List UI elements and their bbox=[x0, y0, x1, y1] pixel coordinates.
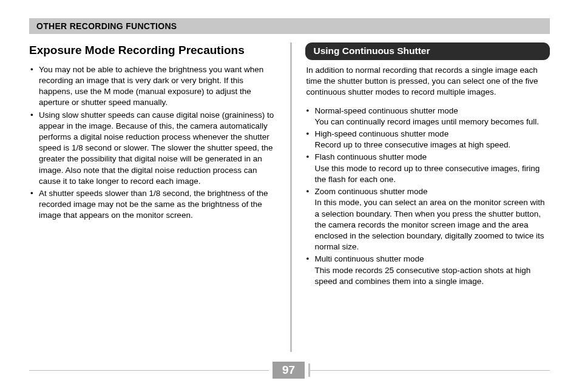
list-item: Using slow shutter speeds can cause digi… bbox=[30, 110, 274, 188]
mode-name: Flash continuous shutter mode bbox=[315, 152, 550, 163]
list-item: At shutter speeds slower than 1/8 second… bbox=[30, 188, 274, 221]
bullet-text: You may not be able to achieve the brigh… bbox=[39, 65, 263, 107]
bullet-text: At shutter speeds slower than 1/8 second… bbox=[39, 189, 268, 220]
bullet-text: Using slow shutter speeds can cause digi… bbox=[39, 110, 274, 186]
mode-name: Zoom continuous shutter mode bbox=[315, 186, 550, 197]
left-bullet-list: You may not be able to achieve the brigh… bbox=[29, 64, 274, 221]
right-title-pill: Using Continuous Shutter bbox=[305, 42, 550, 60]
mode-desc: Record up to three consecutive images at… bbox=[315, 140, 550, 150]
list-item: You may not be able to achieve the brigh… bbox=[30, 64, 274, 109]
mode-desc: Use this mode to record up to three cons… bbox=[315, 163, 550, 185]
page-number: 97 bbox=[282, 363, 295, 376]
footer-line-right bbox=[310, 370, 550, 371]
footer-line-left bbox=[29, 370, 269, 371]
page-footer: 97 bbox=[29, 362, 550, 379]
section-header-bar: OTHER RECORDING FUNCTIONS bbox=[29, 18, 550, 34]
section-header-text: OTHER RECORDING FUNCTIONS bbox=[36, 21, 177, 31]
mode-desc: You can continually record images until … bbox=[315, 117, 550, 127]
mode-name: Multi continuous shutter mode bbox=[315, 254, 550, 265]
left-column: Exposure Mode Recording Precautions You … bbox=[29, 42, 277, 352]
mode-desc: In this mode, you can select an area on … bbox=[315, 197, 550, 252]
right-mode-list: Normal-speed continuous shutter mode You… bbox=[305, 106, 550, 288]
list-item: Normal-speed continuous shutter mode You… bbox=[306, 106, 550, 127]
right-column: Using Continuous Shutter In addition to … bbox=[305, 42, 550, 352]
mode-desc: This mode records 25 consecutive stop-ac… bbox=[315, 265, 550, 287]
list-item: Flash continuous shutter mode Use this m… bbox=[306, 152, 550, 185]
right-title-text: Using Continuous Shutter bbox=[314, 46, 430, 56]
page-number-badge: 97 bbox=[273, 362, 305, 379]
mode-name: Normal-speed continuous shutter mode bbox=[315, 106, 550, 117]
left-title: Exposure Mode Recording Precautions bbox=[29, 42, 274, 58]
right-intro: In addition to normal recording that rec… bbox=[306, 65, 549, 98]
mode-name: High-speed continuous shutter mode bbox=[315, 129, 550, 140]
list-item: High-speed continuous shutter mode Recor… bbox=[306, 129, 550, 150]
list-item: Multi continuous shutter mode This mode … bbox=[306, 254, 550, 287]
list-item: Zoom continuous shutter mode In this mod… bbox=[306, 186, 550, 252]
column-divider bbox=[290, 42, 292, 352]
content-columns: Exposure Mode Recording Precautions You … bbox=[29, 42, 550, 352]
